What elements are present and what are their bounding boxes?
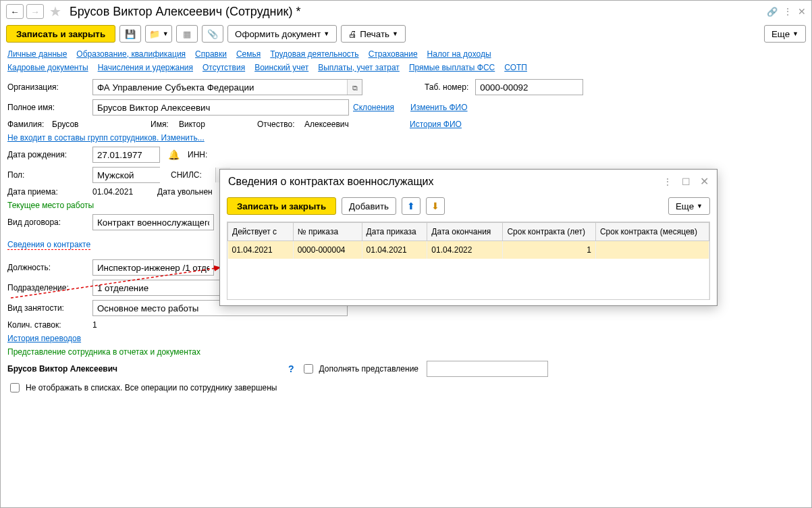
col-months[interactable]: Срок контракта (месяцев) (595, 223, 709, 241)
attach-button[interactable] (202, 25, 223, 43)
cell-order-no[interactable]: 0000-000004 (293, 241, 362, 259)
kebab-icon[interactable]: ⋮ (783, 6, 792, 17)
dialog-save-close-button[interactable]: Записать и закрыть (227, 197, 336, 215)
patronymic-label: Отчество: (257, 120, 300, 129)
nav-accruals[interactable]: Начисления и удержания (98, 63, 193, 72)
fire-label: Дата увольнен (157, 187, 213, 197)
repr-supplement-checkbox[interactable] (304, 364, 313, 374)
col-from[interactable]: Действует с (228, 223, 294, 241)
dept-label: Подразделение: (7, 283, 88, 293)
name-value: Виктор (179, 120, 253, 129)
current-job-header: Текущее место работы (7, 201, 94, 210)
document-menu-label: Оформить документ (235, 29, 321, 39)
repr-supplement-input[interactable] (427, 361, 548, 377)
nav-tax[interactable]: Налог на доходы (427, 49, 491, 59)
save-button[interactable] (119, 25, 141, 43)
arrow-down-icon: ⬇ (431, 201, 439, 211)
birth-input[interactable] (92, 147, 160, 163)
more-label: Еще (772, 29, 790, 39)
favorite-star-icon[interactable]: ★ (49, 3, 61, 20)
hire-value: 01.04.2021 (92, 187, 153, 197)
nav-insurance[interactable]: Страхование (369, 49, 418, 59)
hide-in-lists-label: Не отображать в списках. Все операции по… (26, 383, 277, 392)
table-row[interactable]: 01.04.2021 0000-000004 01.04.2021 01.04.… (228, 241, 709, 259)
nav-fss[interactable]: Прямые выплаты ФСС (409, 63, 495, 72)
dialog-close-icon[interactable]: ✕ (700, 175, 709, 188)
declension-link[interactable]: Склонения (353, 103, 394, 112)
cell-months[interactable] (595, 241, 709, 259)
nav-military[interactable]: Воинский учет (254, 63, 308, 72)
contract-type-input[interactable] (92, 214, 214, 230)
table-header-row: Действует с № приказа Дата приказа Дата … (228, 223, 709, 241)
nav-hr-docs[interactable]: Кадровые документы (7, 63, 88, 72)
contract-type-label: Вид договора: (7, 218, 88, 227)
dialog-toolbar: Записать и закрыть Добавить ⬆ ⬇ Еще ▼ (220, 193, 717, 219)
org-open-button[interactable] (347, 80, 362, 95)
dialog-add-button[interactable]: Добавить (342, 197, 396, 215)
more-button[interactable]: Еще ▼ (764, 25, 806, 43)
link-icon[interactable] (767, 6, 778, 17)
bell-icon[interactable]: 🔔 (168, 149, 180, 160)
cell-years[interactable]: 1 (503, 241, 596, 259)
repr-header: Представление сотрудника в отчетах и док… (7, 347, 200, 357)
col-order-date[interactable]: Дата приказа (362, 223, 427, 241)
tab-number-input[interactable] (475, 79, 583, 95)
cell-order-date[interactable]: 01.04.2021 (362, 241, 427, 259)
nav-absence[interactable]: Отсутствия (202, 63, 245, 72)
col-end-date[interactable]: Дата окончания (427, 223, 503, 241)
repr-supplement-label: Дополнять представление (319, 364, 418, 374)
floppy-icon (125, 29, 136, 39)
org-input[interactable] (93, 80, 347, 95)
history-transfers-link[interactable]: История переводов (7, 334, 81, 343)
hide-in-lists-checkbox[interactable] (10, 383, 20, 392)
document-menu-button[interactable]: Оформить документ ▼ (227, 25, 337, 43)
repr-name: Брусов Виктор Алексеевич (7, 364, 284, 374)
nav-refs[interactable]: Справки (195, 49, 227, 59)
org-field[interactable] (92, 79, 362, 95)
change-fio-link[interactable]: Изменить ФИО (410, 103, 468, 112)
dialog-maximize-icon[interactable]: ☐ (682, 176, 691, 187)
folder-button[interactable]: ▼ (145, 25, 172, 43)
cell-end-date[interactable]: 01.04.2022 (427, 241, 503, 259)
open-icon (352, 82, 358, 93)
contract-info-link[interactable]: Сведения о контракте (7, 240, 90, 250)
help-icon[interactable]: ? (288, 363, 294, 374)
surname-label: Фамилия: (7, 120, 48, 129)
nav-forward-button[interactable]: → (26, 4, 44, 19)
move-up-button[interactable]: ⬆ (402, 197, 421, 215)
nav-links-row-2: Кадровые документы Начисления и удержани… (1, 63, 811, 76)
nav-back-button[interactable]: ← (6, 4, 24, 19)
nav-education[interactable]: Образование, квалификация (76, 49, 186, 59)
dialog-more-button[interactable]: Еще ▼ (668, 197, 710, 215)
snils-label: СНИЛС: (171, 170, 202, 180)
sex-label: Пол: (7, 170, 88, 180)
fullname-input[interactable] (92, 99, 349, 116)
sex-select[interactable]: ▼ (92, 167, 160, 183)
hire-label: Дата приема: (7, 187, 88, 197)
nav-work[interactable]: Трудовая деятельность (270, 49, 358, 59)
nav-family[interactable]: Семья (236, 49, 261, 59)
cell-from[interactable]: 01.04.2021 (228, 241, 294, 259)
position-input[interactable] (92, 259, 214, 276)
org-label: Организация: (7, 82, 88, 92)
save-and-close-button[interactable]: Записать и закрыть (6, 25, 115, 43)
name-label: Имя: (151, 120, 175, 129)
nav-personal[interactable]: Личные данные (7, 49, 67, 59)
fullname-label: Полное имя: (7, 103, 88, 112)
nav-payments[interactable]: Выплаты, учет затрат (318, 63, 400, 72)
col-years[interactable]: Срок контракта (лет) (503, 223, 596, 241)
print-label: Печать (360, 29, 389, 39)
arrow-up-icon: ⬆ (407, 201, 415, 211)
col-order-no[interactable]: № приказа (293, 223, 362, 241)
dialog-title: Сведения о контрактах военнослужащих (228, 176, 434, 188)
grid-button[interactable] (176, 25, 198, 43)
move-down-button[interactable]: ⬇ (426, 197, 445, 215)
groups-link[interactable]: Не входит в составы групп сотрудников. И… (7, 133, 205, 143)
close-icon[interactable]: ✕ (798, 6, 806, 17)
history-fio-link[interactable]: История ФИО (410, 120, 462, 129)
nav-sotp[interactable]: СОТП (504, 63, 527, 72)
print-button[interactable]: Печать ▼ (341, 25, 406, 43)
rates-label: Колич. ставок: (7, 320, 88, 330)
dialog-kebab-icon[interactable]: ⋮ (663, 176, 672, 187)
emp-type-label: Вид занятости: (7, 303, 88, 313)
